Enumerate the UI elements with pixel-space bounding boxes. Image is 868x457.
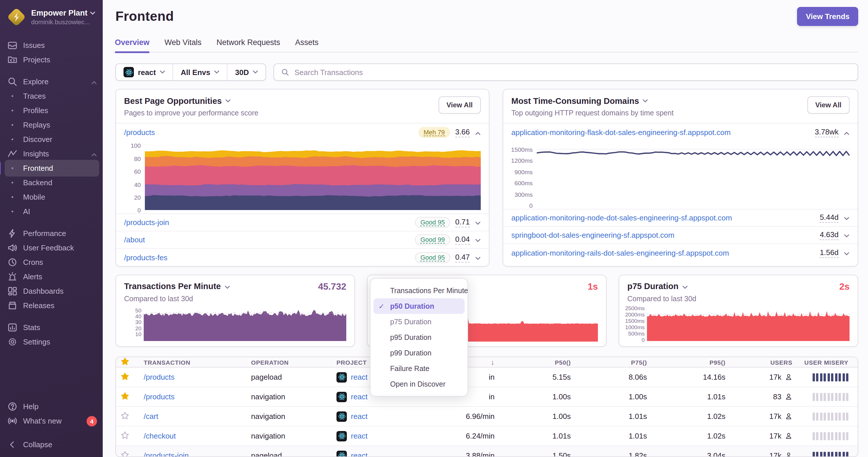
sidebar-item-user-feedback[interactable]: User Feedback [0,240,103,255]
transaction-link[interactable]: /products [144,373,175,382]
menu-item-open-in-discover[interactable]: Open in Discover [373,376,465,392]
domain-row[interactable]: application-monitoring-rails-dot-sales-e… [503,244,858,262]
column-header-USER MISERY[interactable]: USER MISERY [797,359,858,366]
best-page-row[interactable]: /products-joinGood 950.71 [116,215,489,232]
domains-view-all-button[interactable]: View All [807,97,849,114]
sidebar-item-insights[interactable]: Insights [0,146,103,161]
sidebar-item-what-s-new[interactable]: What's new4 [0,414,103,428]
sidebar-item-projects[interactable]: Projects [0,53,103,67]
sidebar-item-performance[interactable]: Performance [0,226,103,240]
tab-network-requests[interactable]: Network Requests [216,38,280,52]
chevron-down-icon[interactable] [475,236,481,244]
column-header-P95()[interactable]: P95() [652,359,730,366]
column-header-OPERATION[interactable]: OPERATION [246,359,332,366]
tpm-metric-selector[interactable]: Transactions Per Minute [124,282,230,291]
sidebar-item-help[interactable]: Help [0,399,103,414]
date-range-filter[interactable]: 30D [227,64,266,80]
sidebar-item-issues[interactable]: Issues [0,38,103,53]
chevron-down-icon[interactable] [844,249,849,257]
search-transactions[interactable] [274,63,858,81]
chevron-down-icon[interactable] [844,231,849,240]
column-header-P75()[interactable]: P75() [576,359,652,366]
best-page-row[interactable]: /productsMeh 793.66 [116,124,489,141]
page-link[interactable]: /products-join [124,219,169,227]
sidebar-item-releases[interactable]: Releases [0,298,103,313]
table-row-checkout-navigation[interactable]: /checkoutnavigationreact6.24/min1.01s1.0… [116,427,858,446]
best-pages-title[interactable]: Best Page Opportunities [124,97,222,106]
menu-item-p99-duration[interactable]: p99 Duration [373,345,465,361]
sidebar-item-alerts[interactable]: Alerts [0,269,103,284]
tab-overview[interactable]: Overview [115,38,150,52]
p75-chart[interactable] [647,307,849,341]
sidebar-item-collapse[interactable]: Collapse [0,437,103,452]
best-pages-view-all-button[interactable]: View All [438,97,481,114]
star-icon[interactable] [121,394,129,402]
domain-row[interactable]: application-monitoring-flask-dot-sales-e… [503,124,858,141]
menu-item-p50-duration[interactable]: ✓p50 Duration [373,298,465,314]
menu-item-failure-rate[interactable]: Failure Rate [373,361,465,376]
star-icon[interactable] [121,452,129,457]
column-header-TRANSACTION[interactable]: TRANSACTION [139,359,246,366]
domain-duration-line-chart[interactable] [537,146,849,206]
table-row-cart-navigation[interactable]: /cartnavigationreact6.96/min1.00s1.01s1.… [116,407,858,427]
domain-link[interactable]: springboot-dot-sales-engineering-sf.apps… [512,231,674,240]
tab-assets[interactable]: Assets [295,38,318,52]
page-link[interactable]: /products-fes [124,253,167,262]
transaction-link[interactable]: /products [144,393,175,401]
project-link[interactable]: react [351,393,368,401]
best-page-row[interactable]: /aboutGood 990.04 [116,232,489,249]
table-row-products-join-pageload[interactable]: /products-joinpageloadreact3.88/min1.50s… [116,446,858,457]
star-icon[interactable] [121,413,129,422]
p75-metric-selector[interactable]: p75 Duration [627,282,688,291]
org-switcher[interactable]: Empower Plant dominik.buszowiec... [0,0,103,32]
sidebar-item-discover[interactable]: Discover [0,132,103,146]
tab-web-vitals[interactable]: Web Vitals [164,38,202,52]
chevron-down-icon[interactable] [475,253,481,262]
project-link[interactable]: react [351,452,368,457]
menu-item-transactions-per-minute[interactable]: Transactions Per Minute [373,283,465,298]
search-input[interactable] [294,68,851,76]
sidebar-item-dashboards[interactable]: Dashboards [0,284,103,298]
chevron-up-icon[interactable] [844,128,849,137]
chevron-down-icon[interactable] [475,219,481,227]
star-icon[interactable] [121,374,129,383]
sidebar-item-explore[interactable]: Explore [0,74,103,89]
sidebar-item-ai[interactable]: AI [0,204,103,219]
web-vitals-stacked-chart[interactable] [145,146,481,210]
view-trends-button[interactable]: View Trends [797,7,858,26]
project-filter[interactable]: react [116,64,173,80]
page-link[interactable]: /about [124,236,145,244]
sidebar-item-frontend[interactable]: Frontend [0,161,103,175]
domains-title[interactable]: Most Time-Consuming Domains [512,97,639,106]
project-link[interactable]: react [351,373,368,382]
transaction-link[interactable]: /checkout [144,432,176,440]
environment-filter[interactable]: All Envs [173,64,227,80]
star-icon[interactable] [121,433,129,442]
domain-link[interactable]: application-monitoring-flask-dot-sales-e… [512,128,731,137]
best-page-row[interactable]: /products-fesGood 950.47 [116,249,489,266]
table-row-products-navigation[interactable]: /productsnavigationreactin1.00s1.00s1.01… [116,388,858,407]
column-header-P50()[interactable]: P50() [499,359,576,366]
sidebar-item-traces[interactable]: Traces [0,89,103,103]
project-link[interactable]: react [351,412,368,421]
sidebar-item-replays[interactable]: Replays [0,118,103,132]
chevron-up-icon[interactable] [475,128,481,137]
transaction-link[interactable]: /cart [144,412,158,421]
domain-link[interactable]: application-monitoring-rails-dot-sales-e… [512,249,729,257]
column-header-USERS[interactable]: USERS [730,359,797,366]
table-row-products-pageload[interactable]: /productspageloadreactin5.15s8.06s14.16s… [116,368,858,388]
domain-row[interactable]: springboot-dot-sales-engineering-sf.apps… [503,227,858,244]
menu-item-p95-duration[interactable]: p95 Duration [373,329,465,345]
page-link[interactable]: /products [124,128,155,137]
domain-row[interactable]: application-monitoring-node-dot-sales-en… [503,210,858,227]
sidebar-item-profiles[interactable]: Profiles [0,103,103,118]
column-header-star[interactable] [116,357,139,367]
menu-item-p75-duration[interactable]: p75 Duration [373,314,465,329]
chevron-down-icon[interactable] [643,100,648,103]
tpm-chart[interactable] [144,307,346,341]
sidebar-item-stats[interactable]: Stats [0,320,103,335]
domain-link[interactable]: application-monitoring-node-dot-sales-en… [512,214,732,223]
transaction-link[interactable]: /products-join [144,452,189,457]
star-icon[interactable] [121,360,129,367]
chevron-down-icon[interactable] [225,100,231,103]
